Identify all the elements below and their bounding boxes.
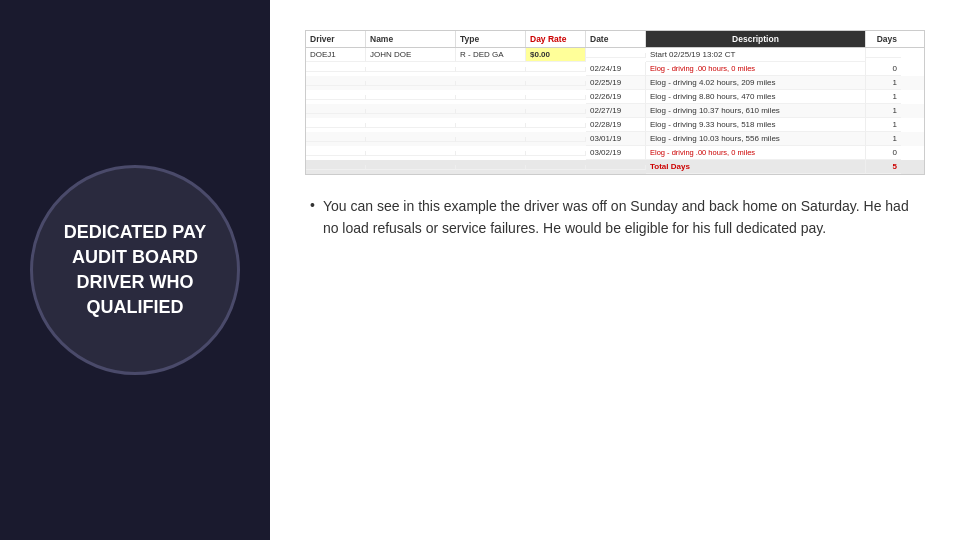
elog-dayrate-0 <box>526 67 586 72</box>
col-header-description: Description <box>646 31 866 47</box>
right-panel: Driver Name Type Day Rate Date Descripti… <box>270 0 960 540</box>
elog-desc-3: Elog - driving 10.37 hours, 610 miles <box>646 104 866 118</box>
cell-date <box>586 53 646 58</box>
cell-name: JOHN DOE <box>366 48 456 62</box>
elog-type-4 <box>456 123 526 128</box>
elog-dayrate-2 <box>526 95 586 100</box>
elog-desc-1: Elog - driving 4.02 hours, 209 miles <box>646 76 866 90</box>
elog-name-2 <box>366 95 456 100</box>
elog-type-5 <box>456 137 526 142</box>
elog-days-2: 1 <box>866 90 901 104</box>
col-header-dayrate: Day Rate <box>526 31 586 47</box>
elog-driver-4 <box>306 123 366 128</box>
elog-date-2: 02/26/19 <box>586 90 646 104</box>
elog-row: 03/02/19 Elog - driving .00 hours, 0 mil… <box>306 146 924 160</box>
cell-dayrate: $0.00 <box>526 48 586 62</box>
elog-type-2 <box>456 95 526 100</box>
elog-row: 02/25/19 Elog - driving 4.02 hours, 209 … <box>306 76 924 90</box>
elog-type-6 <box>456 151 526 156</box>
elog-driver-1 <box>306 81 366 86</box>
elog-driver-2 <box>306 95 366 100</box>
elog-driver-5 <box>306 137 366 142</box>
elog-desc-2: Elog - driving 8.80 hours, 470 miles <box>646 90 866 104</box>
elog-row: 03/01/19 Elog - driving 10.03 hours, 556… <box>306 132 924 146</box>
elog-days-0: 0 <box>866 62 901 76</box>
elog-row: 02/26/19 Elog - driving 8.80 hours, 470 … <box>306 90 924 104</box>
elog-name-3 <box>366 109 456 114</box>
elog-date-3: 02/27/19 <box>586 104 646 118</box>
elog-desc-6: Elog - driving .00 hours, 0 miles <box>646 146 866 160</box>
elog-type-3 <box>456 109 526 114</box>
elog-name-6 <box>366 151 456 156</box>
bullet-icon: • <box>310 197 315 213</box>
elog-days-1: 1 <box>866 76 901 90</box>
elog-row: 02/24/19 Elog - driving .00 hours, 0 mil… <box>306 62 924 76</box>
elog-days-5: 1 <box>866 132 901 146</box>
elog-dayrate-4 <box>526 123 586 128</box>
col-header-name: Name <box>366 31 456 47</box>
left-panel: DEDICATED PAY AUDIT BOARD DRIVER WHO QUA… <box>0 0 270 540</box>
circle-badge: DEDICATED PAY AUDIT BOARD DRIVER WHO QUA… <box>30 165 240 375</box>
elog-dayrate-6 <box>526 151 586 156</box>
col-header-date: Date <box>586 31 646 47</box>
elog-type-0 <box>456 67 526 72</box>
elog-days-4: 1 <box>866 118 901 132</box>
elog-date-1: 02/25/19 <box>586 76 646 90</box>
bullet-section: • You can see in this example the driver… <box>305 195 925 240</box>
total-label: Total Days <box>646 160 866 174</box>
col-header-driver: Driver <box>306 31 366 47</box>
elog-driver-6 <box>306 151 366 156</box>
elog-date-4: 02/28/19 <box>586 118 646 132</box>
cell-start-description: Start 02/25/19 13:02 CT <box>646 48 866 62</box>
elog-desc-5: Elog - driving 10.03 hours, 556 miles <box>646 132 866 146</box>
elog-row: 02/27/19 Elog - driving 10.37 hours, 610… <box>306 104 924 118</box>
elog-days-3: 1 <box>866 104 901 118</box>
elog-date-6: 03/02/19 <box>586 146 646 160</box>
main-data-row: DOEJ1 JOHN DOE R - DED GA $0.00 Start 02… <box>306 48 924 62</box>
col-header-days: Days <box>866 31 901 47</box>
elog-desc-0: Elog - driving .00 hours, 0 miles <box>646 62 866 76</box>
cell-type: R - DED GA <box>456 48 526 62</box>
total-row: Total Days 5 <box>306 160 924 174</box>
elog-driver-0 <box>306 67 366 72</box>
table-header: Driver Name Type Day Rate Date Descripti… <box>306 31 924 48</box>
elog-rows: 02/24/19 Elog - driving .00 hours, 0 mil… <box>306 62 924 160</box>
elog-name-5 <box>366 137 456 142</box>
elog-desc-4: Elog - driving 9.33 hours, 518 miles <box>646 118 866 132</box>
audit-table: Driver Name Type Day Rate Date Descripti… <box>305 30 925 175</box>
cell-driver: DOEJ1 <box>306 48 366 62</box>
elog-type-1 <box>456 81 526 86</box>
elog-dayrate-5 <box>526 137 586 142</box>
elog-driver-3 <box>306 109 366 114</box>
elog-days-6: 0 <box>866 146 901 160</box>
elog-dayrate-1 <box>526 81 586 86</box>
elog-date-5: 03/01/19 <box>586 132 646 146</box>
elog-name-1 <box>366 81 456 86</box>
circle-label: DEDICATED PAY AUDIT BOARD DRIVER WHO QUA… <box>33 200 237 341</box>
total-value: 5 <box>866 160 901 174</box>
cell-days-main <box>866 53 901 58</box>
elog-name-4 <box>366 123 456 128</box>
elog-dayrate-3 <box>526 109 586 114</box>
elog-row: 02/28/19 Elog - driving 9.33 hours, 518 … <box>306 118 924 132</box>
elog-date-0: 02/24/19 <box>586 62 646 76</box>
col-header-type: Type <box>456 31 526 47</box>
elog-name-0 <box>366 67 456 72</box>
bullet-text: You can see in this example the driver w… <box>323 195 920 240</box>
